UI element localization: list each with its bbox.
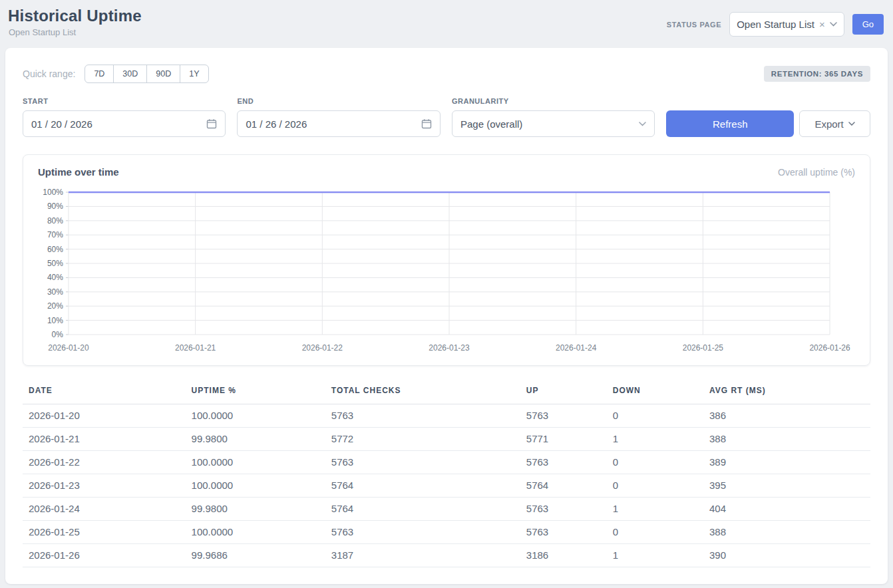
export-button-label: Export	[814, 118, 843, 130]
svg-text:2026-01-26: 2026-01-26	[809, 343, 850, 353]
table-cell: 404	[703, 498, 870, 521]
calendar-icon[interactable]	[421, 118, 432, 129]
chevron-down-icon	[830, 22, 837, 27]
table-cell: 388	[703, 428, 870, 451]
uptime-table-body: 2026-01-20100.00005763576303862026-01-21…	[23, 404, 870, 567]
end-date-input[interactable]: 01 / 26 / 2026	[237, 110, 440, 137]
table-cell: 3186	[520, 544, 607, 567]
table-cell: 2026-01-22	[23, 451, 186, 474]
svg-text:2026-01-20: 2026-01-20	[48, 343, 89, 353]
chevron-down-icon	[848, 122, 855, 126]
table-row: 2026-01-22100.0000576357630389	[23, 451, 870, 474]
table-cell: 1	[607, 498, 703, 521]
calendar-icon[interactable]	[206, 118, 217, 129]
table-cell: 99.9686	[186, 544, 325, 567]
end-date-value: 01 / 26 / 2026	[246, 118, 421, 130]
table-cell: 2026-01-26	[23, 544, 186, 567]
refresh-button[interactable]: Refresh	[666, 110, 794, 137]
filter-row: START 01 / 20 / 2026 END 01 / 26 / 2026 …	[23, 97, 870, 137]
table-cell: 100.0000	[186, 404, 325, 428]
table-cell: 389	[703, 451, 870, 474]
table-cell: 3187	[325, 544, 520, 567]
start-date-value: 01 / 20 / 2026	[31, 118, 206, 130]
export-button[interactable]: Export	[799, 110, 870, 137]
chart-legend: Overall uptime (%)	[778, 167, 855, 178]
end-date-field: END 01 / 26 / 2026	[237, 97, 440, 137]
chart-title: Uptime over time	[38, 166, 119, 178]
table-header-cell: UP	[520, 382, 607, 404]
svg-text:80%: 80%	[47, 216, 63, 225]
status-page-select[interactable]: Open Startup List ×	[729, 12, 844, 37]
table-cell: 100.0000	[186, 521, 325, 544]
svg-text:2026-01-21: 2026-01-21	[175, 343, 216, 353]
table-cell: 395	[703, 474, 870, 498]
title-block: Historical Uptime Open Startup List	[8, 7, 142, 37]
table-cell: 5763	[325, 404, 520, 428]
chart-plot-area: 0%10%20%30%40%50%60%70%80%90%100%2026-01…	[38, 184, 855, 359]
table-cell: 5763	[520, 498, 607, 521]
svg-text:70%: 70%	[47, 230, 63, 239]
chart-header: Uptime over time Overall uptime (%)	[38, 166, 855, 178]
granularity-label: GRANULARITY	[452, 97, 655, 105]
go-button[interactable]: Go	[852, 14, 884, 35]
start-date-label: START	[23, 97, 226, 105]
svg-text:40%: 40%	[47, 273, 63, 282]
table-row: 2026-01-20100.0000576357630386	[23, 404, 870, 428]
quick-range-7d-button[interactable]: 7D	[85, 65, 114, 83]
table-cell: 5764	[325, 474, 520, 498]
table-cell: 1	[607, 428, 703, 451]
table-cell: 5763	[325, 521, 520, 544]
table-cell: 5764	[520, 474, 607, 498]
table-cell: 100.0000	[186, 474, 325, 498]
table-header-row: DATEUPTIME %TOTAL CHECKSUPDOWNAVG RT (MS…	[23, 382, 870, 404]
uptime-chart-card: Uptime over time Overall uptime (%) 0%10…	[23, 154, 870, 366]
clear-selection-icon[interactable]: ×	[819, 19, 825, 29]
quick-range-30d-button[interactable]: 30D	[113, 65, 147, 83]
quick-range-1y-button[interactable]: 1Y	[180, 65, 208, 83]
table-cell: 2026-01-20	[23, 404, 186, 428]
table-cell: 5764	[325, 498, 520, 521]
table-cell: 390	[703, 544, 870, 567]
table-cell: 2026-01-24	[23, 498, 186, 521]
svg-text:2026-01-25: 2026-01-25	[683, 343, 724, 353]
granularity-select[interactable]: Page (overall)	[452, 110, 655, 137]
table-cell: 2026-01-25	[23, 521, 186, 544]
main-panel: Quick range: 7D 30D 90D 1Y RETENTION: 36…	[5, 48, 888, 584]
start-date-input[interactable]: 01 / 20 / 2026	[23, 110, 226, 137]
uptime-chart-svg: 0%10%20%30%40%50%60%70%80%90%100%2026-01…	[38, 184, 855, 356]
uptime-table: DATEUPTIME %TOTAL CHECKSUPDOWNAVG RT (MS…	[23, 382, 870, 567]
table-header-cell: DATE	[23, 382, 186, 404]
svg-text:2026-01-22: 2026-01-22	[302, 343, 343, 353]
table-cell: 1	[607, 544, 703, 567]
svg-text:10%: 10%	[47, 316, 63, 325]
quick-range-90d-button[interactable]: 90D	[146, 65, 180, 83]
table-cell: 0	[607, 404, 703, 428]
svg-text:2026-01-24: 2026-01-24	[556, 343, 597, 353]
page-title: Historical Uptime	[8, 7, 142, 25]
table-cell: 388	[703, 521, 870, 544]
table-header-cell: DOWN	[607, 382, 703, 404]
svg-text:60%: 60%	[47, 245, 63, 254]
table-cell: 2026-01-23	[23, 474, 186, 498]
svg-text:2026-01-23: 2026-01-23	[429, 343, 470, 353]
table-cell: 5763	[520, 521, 607, 544]
table-header-cell: UPTIME %	[186, 382, 325, 404]
table-cell: 5763	[325, 451, 520, 474]
quick-range-label: Quick range:	[23, 69, 75, 79]
table-cell: 2026-01-21	[23, 428, 186, 451]
svg-text:50%: 50%	[47, 259, 63, 268]
table-cell: 99.9800	[186, 428, 325, 451]
svg-text:20%: 20%	[47, 301, 63, 311]
start-date-field: START 01 / 20 / 2026	[23, 97, 226, 137]
status-page-selected-value: Open Startup List	[737, 19, 814, 30]
table-cell: 0	[607, 474, 703, 498]
table-cell: 0	[607, 451, 703, 474]
svg-text:30%: 30%	[47, 287, 63, 297]
table-row: 2026-01-23100.0000576457640395	[23, 474, 870, 498]
table-row: 2026-01-25100.0000576357630388	[23, 521, 870, 544]
table-cell: 5763	[520, 451, 607, 474]
table-cell: 0	[607, 521, 703, 544]
svg-text:90%: 90%	[47, 202, 63, 211]
chevron-down-icon	[639, 122, 646, 126]
page-subtitle: Open Startup List	[9, 27, 142, 37]
